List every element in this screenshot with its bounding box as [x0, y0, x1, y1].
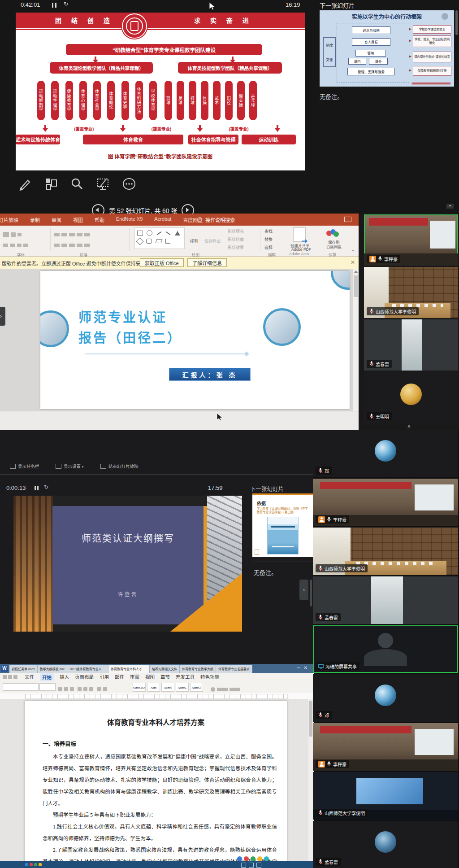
replace-button[interactable]: 替换 — [264, 236, 273, 242]
get-genuine-office-button[interactable]: 获取正版 Office — [140, 258, 184, 267]
display-settings-button[interactable]: 显示设置 ▾ — [64, 463, 83, 469]
pen-tool-icon[interactable] — [18, 177, 32, 191]
style-chip[interactable]: AaBbC( — [190, 683, 203, 692]
quick-access-toolbar[interactable] — [3, 675, 19, 680]
participant-video-tile[interactable]: 邓 — [313, 430, 458, 477]
pause-icon[interactable] — [52, 3, 57, 8]
participant-video-tile[interactable]: 孟春雷 — [313, 821, 458, 868]
document-tab[interactable]: 体育教育专业教学大纲 — [180, 665, 216, 673]
menu-item[interactable]: 插入 — [60, 673, 69, 681]
participant-video-tile[interactable]: 孟春雷 — [313, 576, 458, 624]
window-controls[interactable]: ─✕ — [297, 665, 311, 670]
style-chip[interactable]: AaBl — [147, 683, 160, 692]
shape-fill-button[interactable]: 形状填充 — [228, 228, 244, 234]
menu-item[interactable]: 开始 — [40, 673, 54, 681]
zoom-magnifier-icon[interactable] — [70, 177, 84, 191]
current-slide[interactable]: 团 结 创 造 求 实 奋 进 “研教结合型”体育学类专业课程教学团队建设 体育… — [16, 13, 305, 170]
participant-video-tile[interactable]: 山西师范大学李俊明 — [313, 528, 458, 575]
collapse-tiles-chevron[interactable]: ∧ — [407, 423, 411, 429]
ribbon-tab[interactable]: 视图 — [73, 216, 83, 223]
sidebar-collapse-button[interactable]: ▾ — [446, 204, 454, 209]
ruler[interactable] — [0, 693, 314, 699]
font-style-buttons[interactable] — [58, 685, 109, 693]
font-size-box[interactable] — [39, 683, 56, 691]
course-pill: 学校体育学 — [149, 81, 157, 120]
menu-item[interactable]: 邮件 — [115, 673, 124, 681]
ribbon-tab[interactable]: 录制 — [30, 216, 40, 223]
restart-timer-icon[interactable]: ↻ — [44, 484, 48, 490]
menu-item[interactable]: 审阅 — [130, 673, 139, 681]
panel-scrollbar[interactable] — [455, 10, 458, 35]
learn-more-button[interactable]: 了解详细信息 — [187, 258, 227, 267]
course-pill: 体育科研方法 — [135, 81, 143, 120]
panel-scrollbar[interactable] — [310, 580, 312, 606]
shapes-gallery[interactable] — [134, 227, 185, 249]
arrange-button[interactable]: 排列 — [190, 238, 198, 244]
document-tab[interactable]: 教学大纲模板.doc — [38, 665, 67, 673]
participant-video-tile[interactable]: 李秤豪 — [313, 479, 458, 526]
find-button[interactable]: 查找 — [264, 228, 273, 234]
menu-item[interactable]: 特色功能 — [200, 673, 219, 681]
ribbon-paragraph-controls[interactable] — [54, 230, 92, 238]
document-tab[interactable]: 2019级体育教育专业人才培养方案 — [67, 665, 108, 673]
select-button[interactable]: 选择 — [264, 244, 273, 250]
menu-item[interactable]: 引用 — [100, 673, 109, 681]
ribbon-font-controls-2[interactable] — [3, 241, 30, 249]
style-chip[interactable]: AaBb( — [161, 683, 174, 692]
sidebar-expand-handle[interactable]: › — [299, 580, 308, 600]
document-tab[interactable]: 培养方案相关文件 — [150, 665, 180, 673]
document-tab[interactable]: 体育教育专业本科人才培养方案.docx — [108, 665, 150, 673]
ribbon-tab[interactable]: 审阅 — [52, 216, 61, 223]
more-options-icon[interactable] — [122, 177, 136, 191]
menu-item[interactable]: 页面布局 — [75, 673, 94, 681]
pause-icon[interactable] — [35, 486, 39, 490]
font-name-box[interactable] — [3, 683, 39, 691]
ribbon-tab[interactable]: 幻灯片放映 — [0, 216, 18, 223]
black-screen-icon[interactable] — [96, 177, 110, 191]
next-slide-preview[interactable]: 依据 学习参考《认证标准解读》，对照《中学教育专业认证标准》（第二版） — [252, 493, 313, 557]
ribbon-tab[interactable]: 帮助 — [95, 216, 104, 223]
style-chip[interactable]: AaBbCcDd — [133, 683, 146, 692]
show-taskbar-button[interactable]: 显示任务栏 — [18, 463, 39, 469]
document-page[interactable]: 体育教育专业本科人才培养方案 一、培养目标 本专业坚持立德树人，适应国家基础教育… — [25, 701, 287, 862]
participant-video-tile[interactable]: 山西师范大学李俊明 — [364, 267, 458, 318]
participant-video-tile[interactable]: 山西师范大学李俊明 — [313, 772, 458, 820]
collapse-ribbon-chevron[interactable]: ⌃ — [351, 249, 355, 255]
document-scrollbar[interactable] — [308, 699, 313, 862]
end-slideshow-button[interactable]: 结束幻灯片放映 — [108, 463, 139, 469]
title-slide[interactable]: 师范专业认证 报告（田径二） 汇报人：张 杰 — [40, 271, 350, 409]
menu-item[interactable]: 文件 — [25, 673, 34, 681]
menu-item[interactable]: 视图 — [145, 673, 155, 681]
tellme-search[interactable]: 操作说明搜索 — [205, 216, 235, 223]
editor-scrollbar[interactable] — [352, 269, 359, 411]
see-all-slides-icon[interactable] — [44, 177, 58, 191]
restart-timer-icon[interactable]: ↻ — [64, 1, 68, 7]
quick-styles-button[interactable]: 快速样式 — [204, 238, 221, 244]
document-tab[interactable]: 体育教师专业发展要求 — [216, 665, 252, 673]
ribbon-paragraph-controls-2[interactable] — [54, 241, 92, 249]
current-slide[interactable]: 师范类认证大纲撰写 许登云 — [13, 496, 242, 632]
next-slide-preview[interactable]: 实施以学生为中心的行动框架 制度 文化 理念与战略 育人目标 策略 课内 课外 … — [320, 10, 454, 87]
menu-item[interactable]: 开发工具 — [176, 673, 195, 681]
ribbon-tab[interactable]: Acrobat — [154, 216, 171, 223]
participant-video-tile[interactable]: 冯瑞的屏幕共享 — [313, 625, 458, 673]
participant-video-tile[interactable]: 李秤豪 — [313, 723, 458, 771]
status-logo — [25, 863, 42, 866]
shape-effects-button[interactable]: 形状效果 — [228, 244, 244, 250]
document-tab[interactable]: 初稿任务单.docx — [9, 665, 38, 673]
shape-outline-button[interactable]: 形状轮廓 — [228, 236, 244, 242]
participant-video-tile[interactable]: 邓 — [313, 674, 458, 722]
ribbon-font-controls[interactable] — [3, 230, 23, 238]
ribbon-tab[interactable]: EndNote X9 — [116, 216, 143, 223]
outcome-box: 课内课外的融合 课堂的转变 — [413, 52, 451, 62]
style-chip[interactable]: AaBbC — [176, 683, 189, 692]
view-mode-icons[interactable] — [241, 863, 261, 868]
sidebar-expand-handle[interactable]: › — [0, 307, 5, 326]
find-replace-buttons[interactable] — [211, 685, 242, 693]
end-slideshow-icon — [100, 464, 106, 469]
close-notice-icon[interactable]: ✕ — [351, 259, 355, 266]
participant-video-tile[interactable]: 王明明 — [364, 372, 458, 423]
participant-video-tile[interactable]: 李秤豪 — [364, 214, 458, 266]
menu-item[interactable]: 章节 — [160, 673, 170, 681]
participant-video-tile[interactable]: 孟春雷 — [364, 319, 458, 371]
